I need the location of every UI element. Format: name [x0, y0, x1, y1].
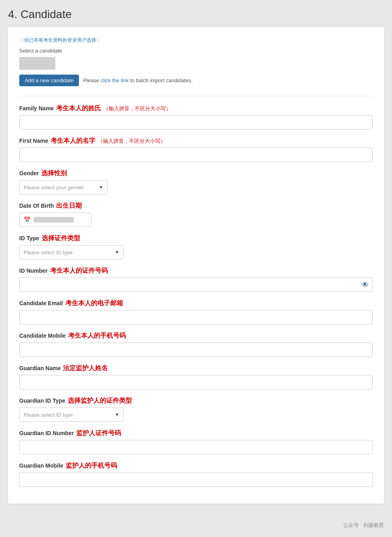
candidate-mobile-label-cn: 考生本人的手机号码 [68, 332, 126, 340]
dob-label-en: Date Of Birth [19, 203, 54, 209]
guardian-id-number-label-cn: 监护人证件号码 [76, 429, 121, 438]
guardian-id-number-group: Guardian ID Number 监护人证件号码 [19, 429, 373, 454]
guardian-mobile-label-en: Guardian Mobile [19, 462, 63, 469]
id-type-select-wrapper: Please select ID type Passport ID Card O… [19, 245, 123, 259]
id-number-group: ID Number 考生本人的证件号码 👁 [19, 267, 373, 292]
family-name-input[interactable] [19, 115, 373, 130]
gender-group: Gender 选择性别 Please select your gender Ma… [19, 169, 373, 195]
guardian-mobile-label-cn: 监护人的手机号码 [66, 462, 117, 470]
eye-icon[interactable]: 👁 [362, 281, 369, 289]
first-name-label: First Name 考生本人的名字 （输入拼音，不区分大小写） [19, 137, 373, 145]
guardian-name-label: Guardian Name 法定监护人姓名 [19, 364, 373, 373]
id-number-input[interactable] [19, 278, 373, 292]
dob-group: Date Of Birth 出生日期 📅 [19, 202, 373, 227]
batch-import-link[interactable]: click the link [101, 77, 129, 83]
first-name-label-cn: 考生本人的名字 [51, 137, 95, 145]
first-name-label-en: First Name [19, 138, 48, 144]
guardian-id-type-label-cn: 选择监护人的证件类型 [68, 397, 132, 405]
id-number-label: ID Number 考生本人的证件号码 [19, 267, 373, 275]
family-name-group: Family Name 考生本人的姓氏 （输入拼音，不区分大小写） [19, 104, 373, 130]
id-number-input-wrapper: 👁 [19, 278, 373, 292]
guardian-name-label-cn: 法定监护人姓名 [63, 364, 108, 373]
candidate-mobile-input[interactable] [19, 342, 373, 357]
guardian-id-type-select[interactable]: Please select ID type Passport ID Card O… [19, 407, 123, 422]
guardian-id-type-label-en: Guardian ID Type [19, 397, 65, 404]
guardian-id-number-label-en: Guardian ID Number [19, 430, 74, 436]
candidate-email-group: Candidate Email 考生本人的电子邮箱 [19, 299, 373, 324]
family-name-label-sub: （输入拼音，不区分大小写） [103, 105, 171, 112]
batch-before: Please [83, 77, 99, 83]
calendar-icon: 📅 [24, 217, 30, 223]
candidate-selector-box [19, 57, 55, 70]
first-name-input[interactable] [19, 148, 373, 162]
candidate-email-label-cn: 考生本人的电子邮箱 [65, 299, 123, 308]
guardian-id-number-input[interactable] [19, 440, 373, 454]
existing-candidate-link[interactable]: 〔供已存有考生资料的登录用户选择〕 [19, 37, 373, 44]
first-name-label-sub: （输入拼音，不区分大小写） [98, 138, 166, 145]
guardian-mobile-input[interactable] [19, 472, 373, 487]
id-type-label-cn: 选择证件类型 [42, 234, 80, 243]
candidate-form-card: 〔供已存有考生资料的登录用户选择〕 Select a candidate Add… [8, 27, 384, 504]
id-number-label-en: ID Number [19, 267, 48, 274]
candidate-mobile-group: Candidate Mobile 考生本人的手机号码 [19, 332, 373, 357]
batch-after: to batch import candidates. [130, 77, 193, 83]
guardian-id-type-select-wrapper: Please select ID type Passport ID Card O… [19, 407, 123, 422]
dob-input-wrapper[interactable]: 📅 [19, 213, 91, 227]
id-number-label-cn: 考生本人的证件号码 [50, 267, 108, 275]
guardian-id-type-group: Guardian ID Type 选择监护人的证件类型 Please selec… [19, 397, 373, 422]
guardian-name-group: Guardian Name 法定监护人姓名 [19, 364, 373, 389]
guardian-id-number-label: Guardian ID Number 监护人证件号码 [19, 429, 373, 438]
id-type-label: ID Type 选择证件类型 [19, 234, 373, 243]
select-candidate-label: Select a candidate [19, 48, 373, 54]
gender-select[interactable]: Please select your gender Male Female Ot… [19, 180, 107, 195]
batch-text: Please click the link to batch import ca… [83, 77, 192, 83]
gender-label: Gender 选择性别 [19, 169, 373, 178]
id-type-label-en: ID Type [19, 235, 39, 241]
candidate-mobile-label-en: Candidate Mobile [19, 332, 66, 339]
dob-placeholder [34, 217, 74, 223]
add-candidate-button[interactable]: Add a new candidate [19, 75, 79, 86]
page-title: 4. Candidate [8, 8, 384, 21]
add-candidate-row: Add a new candidate Please click the lin… [19, 75, 373, 86]
id-type-group: ID Type 选择证件类型 Please select ID type Pas… [19, 234, 373, 259]
candidate-email-label-en: Candidate Email [19, 300, 63, 306]
candidate-mobile-label: Candidate Mobile 考生本人的手机号码 [19, 332, 373, 340]
guardian-mobile-group: Guardian Mobile 监护人的手机号码 [19, 462, 373, 487]
divider [19, 96, 373, 96]
guardian-name-input[interactable] [19, 375, 373, 389]
candidate-email-label: Candidate Email 考生本人的电子邮箱 [19, 299, 373, 308]
id-type-select[interactable]: Please select ID type Passport ID Card O… [19, 245, 123, 259]
guardian-mobile-label: Guardian Mobile 监护人的手机号码 [19, 462, 373, 470]
dob-label-cn: 出生日期 [56, 202, 82, 210]
dob-label: Date Of Birth 出生日期 [19, 202, 373, 210]
family-name-label: Family Name 考生本人的姓氏 （输入拼音，不区分大小写） [19, 104, 373, 113]
gender-label-cn: 选择性别 [41, 169, 67, 178]
family-name-label-cn: 考生本人的姓氏 [56, 104, 101, 113]
candidate-email-input[interactable] [19, 310, 373, 324]
guardian-name-label-en: Guardian Name [19, 365, 61, 371]
guardian-id-type-label: Guardian ID Type 选择监护人的证件类型 [19, 397, 373, 405]
family-name-label-en: Family Name [19, 105, 54, 111]
first-name-group: First Name 考生本人的名字 （输入拼音，不区分大小写） [19, 137, 373, 162]
gender-label-en: Gender [19, 170, 39, 176]
gender-select-wrapper: Please select your gender Male Female Ot… [19, 180, 107, 195]
